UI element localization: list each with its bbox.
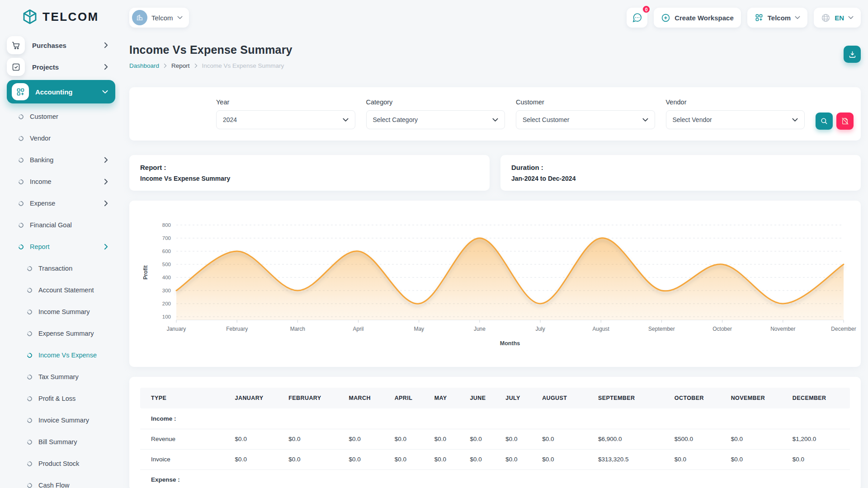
topbar-actions: 0 Create Workspace Telcom	[627, 8, 861, 28]
chevron-down-icon	[792, 118, 798, 122]
sidebar-item-banking[interactable]: Banking	[7, 149, 115, 171]
sidebar-item-projects[interactable]: Projects	[7, 56, 115, 78]
column-header-july: JULY	[502, 388, 538, 408]
table-cell: $0.0	[431, 429, 467, 449]
filter-field-customer: CustomerSelect Customer	[516, 99, 655, 129]
breadcrumb-item-dashboard[interactable]: Dashboard	[129, 62, 159, 69]
table-cell	[594, 408, 671, 429]
svg-text:800: 800	[162, 222, 171, 228]
download-button[interactable]	[844, 46, 861, 63]
sidebar-item-label: Cash Flow	[38, 482, 70, 488]
table-cell: $0.0	[231, 429, 285, 449]
clear-filter-button[interactable]	[836, 113, 854, 130]
sidebar-item-product-stock[interactable]: Product Stock	[7, 453, 115, 474]
vendor-select[interactable]: Select Vendor	[666, 110, 805, 129]
sidebar-item-expense[interactable]: Expense	[7, 192, 115, 214]
sidebar-item-profit-loss[interactable]: Profit & Loss	[7, 388, 115, 409]
bullet-icon	[18, 200, 24, 206]
sidebar-item-label: Accounting	[35, 88, 73, 96]
sidebar-item-customer[interactable]: Customer	[7, 106, 115, 127]
sidebar-menu: PurchasesProjectsAccountingCustomerVendo…	[7, 34, 115, 488]
sidebar-item-income-summary[interactable]: Income Summary	[7, 301, 115, 323]
bullet-icon	[26, 395, 33, 402]
category-select[interactable]: Select Category	[366, 110, 505, 129]
bullet-icon	[26, 330, 33, 337]
svg-text:Profit: Profit	[142, 265, 149, 279]
sidebar-item-report[interactable]: Report	[7, 236, 115, 258]
sidebar-item-account-statement[interactable]: Account Statement	[7, 279, 115, 301]
chevron-down-icon	[343, 118, 349, 122]
sidebar-item-expense-summary[interactable]: Expense Summary	[7, 323, 115, 344]
sidebar-item-label: Report	[30, 243, 50, 250]
table-cell: $500.0	[671, 429, 727, 449]
year-select[interactable]: 2024	[216, 110, 355, 129]
svg-text:December: December	[831, 326, 856, 332]
sidebar-item-tax-summary[interactable]: Tax Summary	[7, 366, 115, 388]
chevron-right-icon	[104, 157, 108, 163]
bullet-icon	[26, 286, 33, 293]
sidebar-item-label: Vendor	[30, 135, 51, 142]
svg-text:200: 200	[162, 301, 171, 306]
sidebar-item-vendor[interactable]: Vendor	[7, 127, 115, 149]
sidebar-item-label: Account Statement	[38, 286, 94, 294]
duration-value: Jan-2024 to Dec-2024	[511, 175, 850, 182]
sidebar-item-cash-flow[interactable]: Cash Flow	[7, 474, 115, 488]
sidebar-item-financial-goal[interactable]: Financial Goal	[7, 214, 115, 236]
create-workspace-button[interactable]: Create Workspace	[654, 8, 741, 28]
sidebar-item-label: Invoice Summary	[38, 417, 89, 424]
table-cell: $0.0	[502, 429, 538, 449]
customer-select[interactable]: Select Customer	[516, 110, 655, 129]
workspace-chip[interactable]: Telcom	[129, 8, 189, 28]
table-cell	[538, 469, 594, 488]
sidebar-item-label: Income Summary	[38, 308, 90, 315]
sidebar-item-bill-summary[interactable]: Bill Summary	[7, 431, 115, 453]
filter-label: Customer	[516, 99, 655, 106]
sidebar-item-label: Transaction	[38, 265, 72, 272]
table-cell	[671, 408, 727, 429]
svg-text:September: September	[648, 326, 675, 332]
bullet-icon	[26, 417, 33, 423]
workspace-switcher[interactable]: Telcom	[747, 8, 807, 28]
table-cell	[727, 408, 789, 429]
workspace-avatar	[132, 10, 147, 25]
filter-fields: Year2024CategorySelect CategoryCustomerS…	[216, 99, 805, 129]
select-value: Select Customer	[523, 116, 569, 123]
app: TELCOM PurchasesProjectsAccountingCustom…	[0, 0, 868, 488]
report-value: Income Vs Expense Summary	[140, 175, 479, 182]
filter-field-year: Year2024	[216, 99, 355, 129]
sidebar-item-transaction[interactable]: Transaction	[7, 258, 115, 279]
sidebar-item-label: Financial Goal	[30, 221, 72, 229]
table-row-expense: Expense :	[140, 469, 850, 488]
svg-text:November: November	[770, 326, 795, 332]
svg-text:700: 700	[162, 235, 171, 241]
table-cell	[594, 469, 671, 488]
brand-logo[interactable]: TELCOM	[21, 8, 115, 25]
table-row-invoice: Invoice$0.0$0.0$0.0$0.0$0.0$0.0$0.0$0.0$…	[140, 449, 850, 469]
sidebar-item-accounting[interactable]: Accounting	[7, 80, 115, 103]
sidebar-item-label: Income	[30, 178, 52, 185]
chevron-down-icon	[795, 16, 800, 19]
table-cell	[502, 408, 538, 429]
svg-text:100: 100	[162, 314, 171, 319]
sidebar-item-purchases[interactable]: Purchases	[7, 34, 115, 56]
table-cell	[538, 408, 594, 429]
breadcrumb-item-report[interactable]: Report	[171, 62, 190, 69]
sidebar-item-income-vs-expense[interactable]: Income Vs Expense	[7, 344, 115, 366]
table-cell: $6,900.0	[594, 429, 671, 449]
language-switcher[interactable]: EN	[814, 8, 861, 28]
sidebar-item-label: Purchases	[32, 42, 66, 49]
report-label: Report :	[140, 164, 479, 171]
filter-field-vendor: VendorSelect Vendor	[666, 99, 805, 129]
bullet-icon	[18, 113, 24, 120]
sidebar-item-label: Profit & Loss	[38, 395, 75, 402]
sidebar-item-invoice-summary[interactable]: Invoice Summary	[7, 409, 115, 431]
sidebar-item-income[interactable]: Income	[7, 171, 115, 192]
svg-text:February: February	[226, 326, 248, 332]
table-cell: $0.0	[467, 429, 502, 449]
duration-summary-card: Duration : Jan-2024 to Dec-2024	[500, 155, 861, 191]
messages-button[interactable]: 0	[627, 8, 647, 28]
chevron-right-icon	[164, 63, 167, 68]
search-button[interactable]	[816, 113, 833, 130]
table-cell: $0.0	[391, 429, 431, 449]
filter-label: Category	[366, 99, 505, 106]
